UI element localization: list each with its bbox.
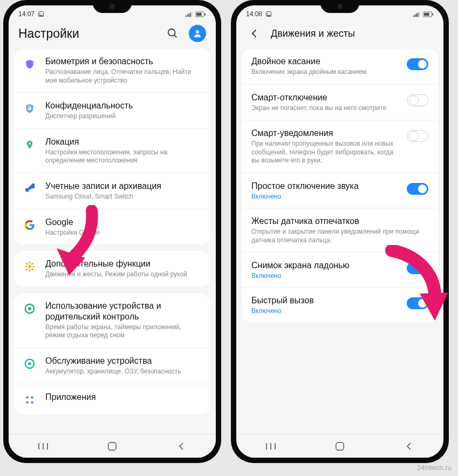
row-smart-stay[interactable]: Смарт-отключение Экран не погаснет, пока… xyxy=(242,85,438,121)
svg-rect-40 xyxy=(415,15,416,17)
device-care-icon xyxy=(23,357,37,371)
image-icon xyxy=(265,11,272,17)
back-button[interactable] xyxy=(246,25,263,42)
row-direct-call[interactable]: Быстрый вызов Включено xyxy=(242,288,438,322)
row-double-tap[interactable]: Двойное касание Включение экрана двойным… xyxy=(242,49,438,85)
item-title: Биометрия и безопасность xyxy=(45,56,202,67)
recents-icon xyxy=(265,442,276,451)
signal-icon xyxy=(413,11,421,17)
battery-icon xyxy=(195,11,206,17)
svg-rect-43 xyxy=(419,12,420,17)
settings-item-biometrics[interactable]: Биометрия и безопасность Распознавание л… xyxy=(14,49,210,93)
item-title: Приложения xyxy=(45,392,202,403)
item-title: Конфиденциальность xyxy=(45,100,202,111)
settings-item-location[interactable]: Локация Настройки местоположения, запрос… xyxy=(14,129,210,173)
svg-rect-5 xyxy=(190,12,191,17)
shield-icon xyxy=(23,57,37,71)
item-desc: Samsung Cloud, Smart Switch xyxy=(45,193,202,201)
svg-point-29 xyxy=(26,396,29,399)
settings-header: Настройки xyxy=(9,21,216,49)
page-title: Движения и жесты xyxy=(271,28,434,39)
item-title: Локация xyxy=(45,137,202,147)
item-desc: Настройки местоположения, запросы на опр… xyxy=(45,148,202,165)
home-icon xyxy=(335,441,345,451)
watermark: 24hitech.ru xyxy=(417,464,452,472)
back-icon xyxy=(405,442,413,451)
svg-rect-45 xyxy=(424,12,429,15)
nav-bar xyxy=(236,434,443,458)
toggle-double-tap[interactable] xyxy=(407,58,428,70)
toggle-smart-stay[interactable] xyxy=(407,94,428,106)
settings-item-care[interactable]: Обслуживание устройства Аккумулятор, хра… xyxy=(14,348,210,384)
svg-rect-9 xyxy=(204,13,206,15)
svg-point-26 xyxy=(28,307,31,310)
item-desc: Время работы экрана, таймеры приложений,… xyxy=(45,323,202,340)
row-palm-swipe[interactable]: Снимок экрана ладонью Включено xyxy=(242,253,438,288)
svg-rect-13 xyxy=(29,108,31,110)
back-icon xyxy=(177,442,185,451)
nav-home[interactable] xyxy=(324,441,356,451)
wellbeing-icon xyxy=(23,302,37,316)
settings-item-apps[interactable]: Приложения xyxy=(14,384,210,414)
nav-bar xyxy=(9,434,216,458)
key-icon xyxy=(23,182,37,196)
battery-icon xyxy=(423,11,434,17)
svg-point-1 xyxy=(39,13,40,14)
nav-back[interactable] xyxy=(393,442,425,451)
item-title: Учетные записи и архивация xyxy=(45,181,202,192)
svg-rect-2 xyxy=(186,16,187,17)
item-desc: Включение экрана двойным касанием. xyxy=(251,68,400,77)
lock-shield-icon xyxy=(23,101,37,115)
item-desc: Экран не погаснет, пока вы на него смотр… xyxy=(251,104,400,113)
item-desc: Распознавание лица, Отпечатки пальцев, Н… xyxy=(45,68,202,85)
nav-home[interactable] xyxy=(96,441,128,451)
search-button[interactable] xyxy=(164,25,181,42)
toggle-smart-alert[interactable] xyxy=(407,130,428,142)
user-icon xyxy=(193,29,202,38)
row-smart-alert[interactable]: Смарт-уведомления При наличии пропущенны… xyxy=(242,120,438,173)
settings-item-privacy[interactable]: Конфиденциальность Диспетчер разрешений xyxy=(14,93,210,129)
svg-point-12 xyxy=(196,30,199,33)
settings-item-google[interactable]: Google Настройки Google xyxy=(14,209,210,245)
profile-button[interactable] xyxy=(189,25,206,42)
toggle-direct-call[interactable] xyxy=(407,297,428,309)
item-title: Снимок экрана ладонью xyxy=(251,260,400,271)
row-easy-mute[interactable]: Простое отключение звука Включено xyxy=(242,173,438,208)
location-icon xyxy=(23,138,37,152)
svg-line-21 xyxy=(26,263,28,265)
motions-list[interactable]: Двойное касание Включение экрана двойным… xyxy=(236,49,443,434)
item-desc: Движения и жесты, Режим работы одной рук… xyxy=(45,270,202,279)
settings-item-accounts[interactable]: Учетные записи и архивация Samsung Cloud… xyxy=(14,173,210,209)
toggle-easy-mute[interactable] xyxy=(407,183,428,195)
settings-item-advanced[interactable]: Дополнительные функции Движения и жесты,… xyxy=(14,251,210,287)
item-title: Использование устройства и родительский … xyxy=(45,301,202,322)
nav-recents[interactable] xyxy=(27,442,59,451)
nav-recents[interactable] xyxy=(255,442,287,451)
home-icon xyxy=(107,441,117,451)
phone-notch xyxy=(93,0,132,13)
item-title: Смарт-уведомления xyxy=(251,128,400,139)
item-title: Двойное касание xyxy=(251,56,400,67)
apps-icon xyxy=(23,393,37,407)
search-icon xyxy=(167,28,179,39)
svg-point-30 xyxy=(31,396,33,399)
item-desc: При наличии пропущенных вызовов или новы… xyxy=(251,140,400,165)
svg-line-11 xyxy=(174,35,177,38)
item-title: Простое отключение звука xyxy=(251,181,400,192)
item-desc: Настройки Google xyxy=(45,229,202,237)
svg-line-24 xyxy=(32,263,33,265)
settings-list[interactable]: Биометрия и безопасность Распознавание л… xyxy=(9,49,216,434)
row-fingerprint-gestures[interactable]: Жесты датчика отпечатков Открытие и закр… xyxy=(242,208,438,253)
svg-point-28 xyxy=(28,362,31,365)
svg-point-16 xyxy=(28,265,31,268)
nav-back[interactable] xyxy=(165,442,197,451)
item-desc: Открытие и закрытие панели уведомлений п… xyxy=(251,228,428,244)
svg-point-14 xyxy=(29,142,31,145)
image-icon xyxy=(38,11,44,17)
item-desc: Аккумулятор, хранилище, ОЗУ, безопасност… xyxy=(45,368,202,376)
settings-item-wellbeing[interactable]: Использование устройства и родительский … xyxy=(14,293,210,348)
chevron-left-icon xyxy=(249,28,260,39)
svg-rect-4 xyxy=(188,13,189,17)
item-title: Google xyxy=(45,217,202,228)
toggle-palm-swipe[interactable] xyxy=(407,262,428,274)
